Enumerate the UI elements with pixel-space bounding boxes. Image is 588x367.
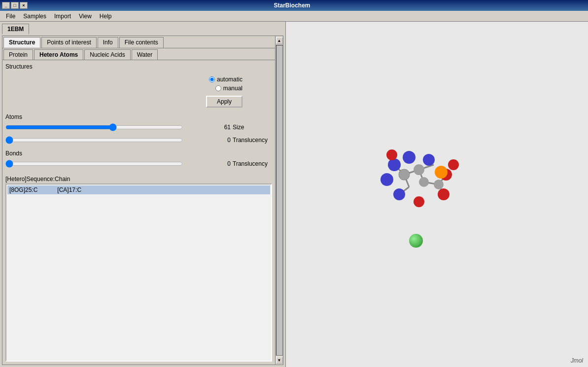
svg-point-18: [380, 173, 393, 186]
svg-point-17: [393, 188, 405, 200]
molecule-area: [365, 145, 463, 216]
atoms-size-value: 61: [218, 124, 231, 131]
view-panel: Jmol: [286, 22, 588, 367]
tab-1ebm[interactable]: 1EBM: [2, 24, 29, 35]
close-button[interactable]: ×: [20, 2, 28, 9]
svg-point-20: [438, 188, 450, 200]
panel-scrollbar: ▲ ▼: [275, 36, 283, 365]
restore-button[interactable]: □: [11, 2, 19, 9]
tab-bar-secondary: Structure Points of interest Info File c…: [2, 36, 275, 48]
window-controls[interactable]: _ □ ×: [2, 2, 28, 9]
panel-inner: Structure Points of interest Info File c…: [2, 36, 275, 365]
radio-automatic-label: automatic: [217, 76, 242, 83]
tab-water[interactable]: Water: [132, 49, 158, 60]
menu-samples[interactable]: Samples: [19, 12, 50, 21]
tab-protein[interactable]: Protein: [3, 49, 33, 60]
svg-point-16: [423, 154, 435, 166]
sequence-item-col1: [8OG]25:C: [9, 186, 37, 193]
panel-content: Structures automatic manual Apply: [2, 60, 275, 365]
view-canvas[interactable]: Jmol: [286, 22, 588, 367]
atoms-translucency-value: 0: [218, 137, 231, 144]
menu-bar: File Samples Import View Help: [0, 11, 588, 22]
scroll-down-arrow[interactable]: ▼: [276, 357, 283, 364]
radio-area: automatic manual Apply: [5, 76, 272, 108]
svg-point-24: [435, 166, 448, 179]
molecule-svg: [365, 145, 463, 214]
app-title: StarBiochem: [28, 2, 556, 9]
tab-bar-top: 1EBM: [2, 24, 283, 35]
menu-help[interactable]: Help: [96, 12, 116, 21]
tab-points-of-interest[interactable]: Points of interest: [41, 37, 96, 48]
svg-point-12: [419, 177, 429, 187]
sequence-list[interactable]: [8OG]25:C [CA]17:C: [5, 184, 272, 362]
bonds-translucency-slider[interactable]: [5, 160, 183, 168]
green-atom: [409, 234, 423, 248]
tab-file-contents[interactable]: File contents: [119, 37, 164, 48]
bonds-translucency-label: Translucency: [233, 160, 272, 167]
scroll-up-arrow[interactable]: ▲: [276, 37, 283, 44]
atoms-translucency-row: 0 Translucency: [5, 135, 272, 145]
sequence-section: [Hetero]Sequence:Chain [8OG]25:C [CA]17:…: [5, 176, 272, 362]
radio-row-manual: manual: [215, 85, 242, 92]
svg-point-10: [399, 169, 410, 180]
atoms-translucency-slider-container: [5, 135, 216, 145]
atoms-label: Atoms: [5, 113, 272, 120]
sequence-label: [Hetero]Sequence:Chain: [5, 176, 272, 183]
minimize-button[interactable]: _: [2, 2, 10, 9]
sequence-item-col2: [CA]17:C: [57, 186, 81, 193]
svg-point-22: [386, 149, 397, 160]
sequence-item-0[interactable]: [8OG]25:C [CA]17:C: [7, 185, 270, 194]
bonds-translucency-value: 0: [218, 160, 231, 167]
menu-view[interactable]: View: [75, 12, 96, 21]
svg-point-11: [414, 164, 424, 175]
radio-manual-label: manual: [223, 85, 242, 92]
atoms-size-row: 61 Size: [5, 122, 272, 132]
scroll-track[interactable]: [276, 45, 283, 356]
jmol-label: Jmol: [571, 357, 583, 364]
radio-row-automatic: automatic: [209, 76, 242, 83]
bonds-translucency-slider-container: [5, 159, 216, 169]
atoms-translucency-slider[interactable]: [5, 136, 183, 144]
left-panel: 1EBM Structure Points of interest Info F…: [0, 22, 286, 367]
radio-automatic[interactable]: [209, 76, 215, 82]
bonds-label: Bonds: [5, 150, 272, 157]
tab-hetero-atoms[interactable]: Hetero Atoms: [34, 49, 83, 60]
atoms-size-label: Size: [233, 124, 272, 131]
apply-button[interactable]: Apply: [206, 96, 242, 108]
menu-file[interactable]: File: [2, 12, 19, 21]
svg-point-14: [388, 158, 401, 171]
svg-point-13: [434, 180, 444, 189]
tab-info[interactable]: Info: [98, 37, 118, 48]
tab-nucleic-acids[interactable]: Nucleic Acids: [84, 49, 130, 60]
bonds-section: Bonds 0 Translucency: [5, 150, 272, 172]
atoms-translucency-label: Translucency: [233, 137, 272, 144]
atoms-size-slider-container: [5, 122, 216, 132]
tab-structure[interactable]: Structure: [3, 37, 40, 48]
structures-label: Structures: [5, 63, 272, 70]
tab-bar-tertiary: Protein Hetero Atoms Nucleic Acids Water: [2, 48, 275, 60]
panel-main: Structure Points of interest Info File c…: [2, 36, 283, 365]
svg-point-21: [414, 196, 424, 207]
atoms-size-slider[interactable]: [5, 123, 183, 131]
main-content: 1EBM Structure Points of interest Info F…: [0, 22, 588, 367]
radio-manual[interactable]: [215, 85, 221, 91]
title-bar: _ □ × StarBiochem: [0, 0, 588, 11]
menu-import[interactable]: Import: [50, 12, 75, 21]
atoms-section: Atoms 61 Size 0: [5, 113, 272, 148]
svg-point-23: [448, 159, 459, 170]
bonds-translucency-row: 0 Translucency: [5, 159, 272, 169]
svg-point-15: [403, 151, 415, 164]
